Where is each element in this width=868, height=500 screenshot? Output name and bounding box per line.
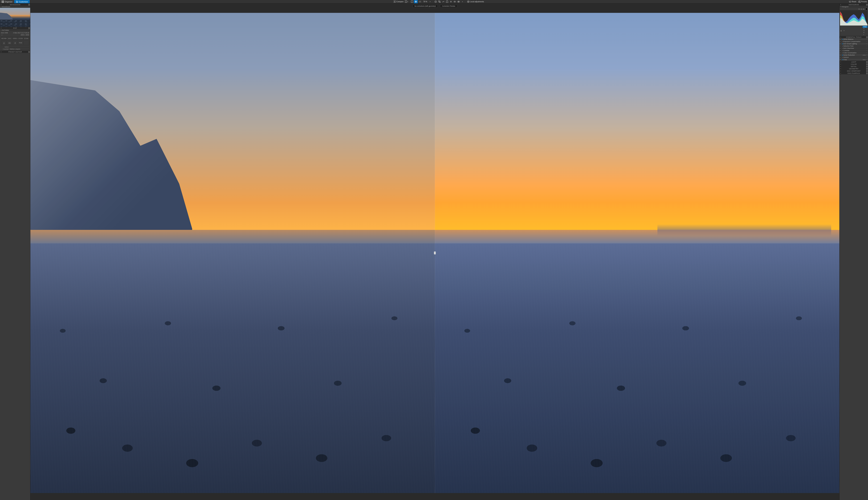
wand-icon[interactable]: ⠇ [866, 38, 867, 40]
panel-menu-icon[interactable] [866, 68, 868, 70]
movezoom-sub[interactable]: ▾Move/Zoom [0, 6, 30, 8]
wand-icon[interactable]: ⠇ [866, 52, 867, 54]
exif-colorspace: RGB [18, 41, 23, 45]
panel-menu-icon[interactable] [866, 72, 868, 74]
wand-icon[interactable]: ⠇ [866, 41, 867, 42]
svg-rect-2 [2, 2, 3, 3]
local-adjustments-button[interactable]: Local adjustments [466, 0, 485, 3]
move-tool[interactable] [414, 0, 418, 3]
section-dxo-viewpoint[interactable]: ×DXO VIEWPOINT [840, 70, 868, 72]
close-icon[interactable]: × [840, 61, 842, 63]
section-light[interactable]: ×LIGHT [840, 61, 868, 63]
close-icon[interactable]: × [0, 3, 2, 6]
tool-dxo-smart-lighting[interactable]: ▸DxO Smart Lighting⠇ [840, 43, 868, 45]
tool-selective-tone[interactable]: ▸Selective Tone⠇ [840, 45, 868, 47]
panel-menu-icon[interactable] [866, 65, 868, 68]
tool-dust[interactable] [449, 0, 453, 3]
close-icon[interactable]: × [0, 27, 2, 29]
fit-tool[interactable] [410, 0, 414, 3]
tool-contrast[interactable]: ▸Contrast⠇ [840, 49, 868, 52]
tool-dropdown[interactable]: ▾ [460, 0, 464, 3]
panel-menu-icon[interactable] [866, 36, 868, 38]
zoom-value[interactable]: 78 % [422, 0, 428, 3]
exif-meter-icon [7, 41, 12, 45]
tool-horizon[interactable]: ▸Horizon⠇ [840, 56, 868, 58]
tool-horizon[interactable] [442, 0, 445, 3]
enable-toggle[interactable] [842, 41, 843, 42]
panel-menu-icon[interactable] [28, 51, 30, 53]
zoom-1to1[interactable]: 1:1 [418, 0, 422, 3]
close-icon[interactable]: × [840, 65, 842, 68]
tool-redeye[interactable] [453, 0, 457, 3]
reset-button[interactable]: Reset [848, 0, 857, 3]
customize-tab[interactable]: Customize [14, 0, 30, 3]
copyright-field[interactable]: Mathieu Langlois [10, 48, 29, 50]
tool-noise-reduction[interactable]: ▸Noise ReductionAuto⠇ [840, 54, 868, 56]
wand-icon[interactable]: ⠇ [866, 50, 867, 52]
enable-toggle[interactable] [842, 39, 843, 40]
compare-button[interactable]: Compare [392, 0, 404, 3]
close-icon[interactable]: × [0, 51, 2, 53]
section-geometry[interactable]: ×GEOMETRY [840, 68, 868, 70]
channel-b[interactable]: B [863, 32, 867, 34]
wand-icon[interactable]: ⠇ [866, 57, 867, 58]
close-icon[interactable]: × [840, 72, 842, 74]
wand-icon[interactable]: ⠇ [866, 43, 867, 45]
close-icon[interactable]: × [840, 3, 842, 6]
tool-crop[interactable]: ▸CropAuto⠇ [840, 58, 868, 61]
author-field[interactable] [10, 46, 29, 48]
split-handle[interactable] [434, 252, 436, 254]
enable-toggle[interactable] [842, 57, 843, 58]
tool-preview[interactable] [457, 0, 460, 3]
panel-menu-icon[interactable] [866, 70, 868, 72]
enable-toggle[interactable] [842, 59, 843, 60]
close-icon[interactable]: × [840, 70, 842, 72]
panel-menu-icon[interactable] [28, 3, 30, 6]
channel-g[interactable]: G [863, 30, 867, 32]
enable-toggle[interactable] [842, 50, 843, 51]
presets-button[interactable]: Presets [857, 0, 868, 3]
panel-menu-icon[interactable] [866, 61, 868, 63]
reset-icon [849, 1, 851, 3]
exif-flash-icon [12, 41, 18, 45]
exif-sub[interactable]: ▾Exif Editor [0, 29, 30, 31]
channel-rgb[interactable]: RGB [863, 26, 867, 28]
tool-white-balance[interactable]: ▸White Balance⠇ [840, 38, 868, 41]
channel-r[interactable]: R [863, 28, 867, 30]
organize-tab[interactable]: Organize [0, 0, 14, 3]
tool-exposure-compensation[interactable]: ▸Exposure Compensation⠇ [840, 41, 868, 43]
tool-dxo-clearview[interactable]: ▸DxO ClearView⠇ [840, 47, 868, 49]
panel-menu-icon[interactable] [866, 63, 868, 65]
image-viewport[interactable] [30, 13, 840, 493]
wand-icon[interactable]: ⠇ [866, 59, 867, 60]
wand-icon[interactable]: ⠇ [866, 54, 867, 56]
highlight-clip-icon[interactable]: ✦ [843, 30, 845, 32]
enable-toggle[interactable] [842, 46, 843, 46]
section-dxo-filmpack[interactable]: ×DXO FILMPACK [840, 72, 868, 74]
wand-icon[interactable]: ⠇ [866, 45, 867, 47]
enable-toggle[interactable] [842, 48, 843, 49]
compare-mode-dropdown[interactable]: ▾ [404, 0, 408, 3]
close-icon[interactable]: × [840, 63, 842, 65]
tool-color-accentuation[interactable]: ▸Color Accentuation⠇ [840, 52, 868, 54]
navigator-thumbnail[interactable] [0, 8, 30, 27]
enable-toggle[interactable] [842, 55, 843, 56]
close-icon[interactable]: × [840, 68, 842, 70]
enable-toggle[interactable] [842, 43, 843, 44]
wand-icon[interactable]: ⠇ [866, 48, 867, 49]
panel-menu-icon[interactable] [866, 3, 868, 6]
zoom-dropdown[interactable]: ▾ [428, 0, 432, 3]
enable-toggle[interactable] [842, 53, 843, 53]
histogram-sub[interactable]: ▾Histogram [840, 6, 868, 8]
tool-whitebalance[interactable] [434, 0, 438, 3]
section-color[interactable]: ×COLOR [840, 63, 868, 65]
svg-rect-42 [28, 52, 30, 52]
section-detail[interactable]: ×DETAIL [840, 65, 868, 68]
shadow-clip-icon[interactable]: ◐ [840, 30, 843, 32]
tool-crop[interactable] [438, 0, 442, 3]
close-icon[interactable]: × [840, 36, 842, 38]
channel-l[interactable]: L [863, 34, 867, 35]
tool-perspective[interactable] [445, 0, 449, 3]
exif-ev: -0.3 EV [18, 37, 23, 40]
panel-menu-icon[interactable] [28, 27, 30, 29]
